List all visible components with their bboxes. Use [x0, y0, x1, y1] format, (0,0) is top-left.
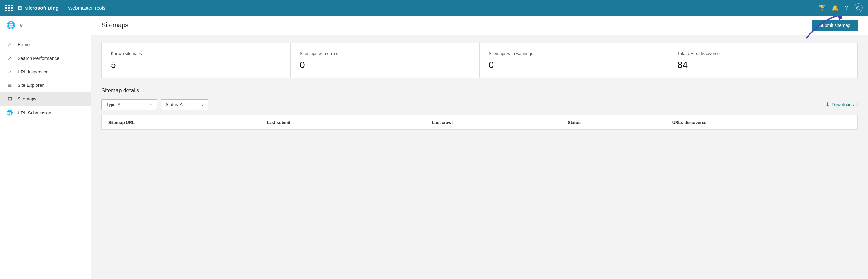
bing-windows-icon: ⊞	[18, 5, 22, 11]
col-urls-discovered: URLs discovered	[666, 116, 857, 130]
app-logo: ⊞ Microsoft Bing	[18, 5, 59, 11]
sidebar-navigation: ⌂ Home ↗ Search Performance ○ URL Inspec…	[0, 35, 91, 122]
col-last-submit[interactable]: Last submit ↓	[260, 116, 425, 130]
page-header: Sitemaps Submit sitemap	[91, 16, 868, 35]
stat-label: Known sitemaps	[111, 51, 281, 56]
type-filter[interactable]: Type: All Type: Sitemap Index Type: XML …	[101, 99, 157, 110]
sitemap-details-section: Sitemap details Type: All Type: Sitemap …	[101, 88, 858, 130]
stats-cards: Known sitemaps 5 Sitemaps with errors 0 …	[101, 43, 858, 79]
product-name: Webmaster Tools	[68, 5, 105, 11]
stat-value: 84	[678, 60, 848, 70]
sitemaps-table-container: Sitemap URL Last submit ↓ Last crawl	[101, 115, 858, 130]
col-last-crawl: Last crawl	[426, 116, 561, 130]
col-label: Sitemap URL	[108, 120, 134, 125]
col-label: URLs discovered	[672, 120, 707, 125]
stat-label: Sitemaps with warnings	[489, 51, 659, 56]
col-sitemap-url: Sitemap URL	[102, 116, 260, 130]
download-icon: ⬇	[826, 101, 830, 107]
sort-icon: ↓	[293, 121, 295, 125]
trophy-icon[interactable]: 🏆	[818, 4, 826, 11]
table-header-row: Sitemap URL Last submit ↓ Last crawl	[102, 116, 857, 130]
sitemaps-icon: ⊞	[6, 96, 13, 102]
status-filter[interactable]: Status: All Status: Success Status: Erro…	[161, 99, 208, 110]
sitemaps-table: Sitemap URL Last submit ↓ Last crawl	[102, 116, 857, 130]
stat-value: 0	[489, 60, 659, 70]
app-name: Microsoft Bing	[24, 5, 59, 11]
sidebar: 🌐 ∨ ⌂ Home ↗ Search Performance ○ URL In…	[0, 16, 91, 279]
sidebar-item-label: Sitemaps	[18, 96, 36, 101]
url-inspection-icon: ○	[6, 69, 13, 75]
globe-icon: 🌐	[6, 21, 15, 30]
download-all-button[interactable]: ⬇ Download all	[826, 101, 858, 107]
topnav-icons: 🏆 🔔 ? ☺	[818, 3, 863, 12]
sidebar-item-home[interactable]: ⌂ Home	[0, 38, 91, 51]
sidebar-item-label: Home	[18, 42, 30, 47]
home-icon: ⌂	[6, 42, 13, 48]
main-content-area: Sitemaps Submit sitemap Known sitemaps 5	[91, 16, 868, 279]
profile-icon[interactable]: ☺	[854, 3, 863, 12]
page-title: Sitemaps	[101, 22, 128, 29]
stat-total-urls: Total URLs discovered 84	[669, 43, 857, 78]
filters-row: Type: All Type: Sitemap Index Type: XML …	[101, 99, 858, 110]
stat-label: Total URLs discovered	[678, 51, 848, 56]
section-title: Sitemap details	[101, 88, 858, 94]
col-label: Last crawl	[432, 120, 453, 125]
sidebar-item-label: URL Submission	[18, 110, 51, 116]
sidebar-item-label: Search Performance	[18, 56, 59, 61]
main-layout: 🌐 ∨ ⌂ Home ↗ Search Performance ○ URL In…	[0, 16, 868, 279]
sidebar-item-url-inspection[interactable]: ○ URL Inspection	[0, 65, 91, 79]
sidebar-item-label: URL Inspection	[18, 69, 49, 74]
sidebar-chevron: ∨	[19, 22, 23, 29]
stat-value: 5	[111, 60, 281, 70]
bell-icon[interactable]: 🔔	[832, 4, 839, 11]
help-icon[interactable]: ?	[845, 5, 848, 11]
status-filter-wrapper: Status: All Status: Success Status: Erro…	[161, 99, 208, 110]
site-explorer-icon: ▤	[6, 83, 13, 88]
top-navigation: ⊞ Microsoft Bing Webmaster Tools 🏆 🔔 ? ☺	[0, 0, 868, 16]
stat-sitemaps-warnings: Sitemaps with warnings 0	[479, 43, 669, 78]
search-performance-icon: ↗	[6, 55, 13, 61]
sidebar-item-sitemaps[interactable]: ⊞ Sitemaps	[0, 92, 91, 106]
download-all-label: Download all	[832, 102, 858, 107]
submit-sitemap-button[interactable]: Submit sitemap	[812, 20, 858, 31]
sidebar-item-label: Site Explorer	[18, 83, 43, 88]
sidebar-item-site-explorer[interactable]: ▤ Site Explorer	[0, 79, 91, 92]
sidebar-item-url-submission[interactable]: 🌐 URL Submission	[0, 106, 91, 120]
stat-value: 0	[300, 60, 470, 70]
col-label: Last submit	[267, 120, 290, 125]
stat-known-sitemaps: Known sitemaps 5	[102, 43, 291, 78]
sidebar-item-search-performance[interactable]: ↗ Search Performance	[0, 51, 91, 65]
sidebar-site-selector[interactable]: 🌐 ∨	[0, 16, 91, 35]
nav-divider	[63, 5, 63, 11]
main-content: Known sitemaps 5 Sitemaps with errors 0 …	[91, 35, 868, 138]
col-label: Status	[568, 120, 581, 125]
col-status: Status	[561, 116, 665, 130]
app-launcher-icon[interactable]	[5, 5, 13, 11]
stat-sitemaps-errors: Sitemaps with errors 0	[291, 43, 479, 78]
stat-label: Sitemaps with errors	[300, 51, 470, 56]
type-filter-wrapper: Type: All Type: Sitemap Index Type: XML …	[101, 99, 157, 110]
url-submission-icon: 🌐	[6, 110, 13, 116]
